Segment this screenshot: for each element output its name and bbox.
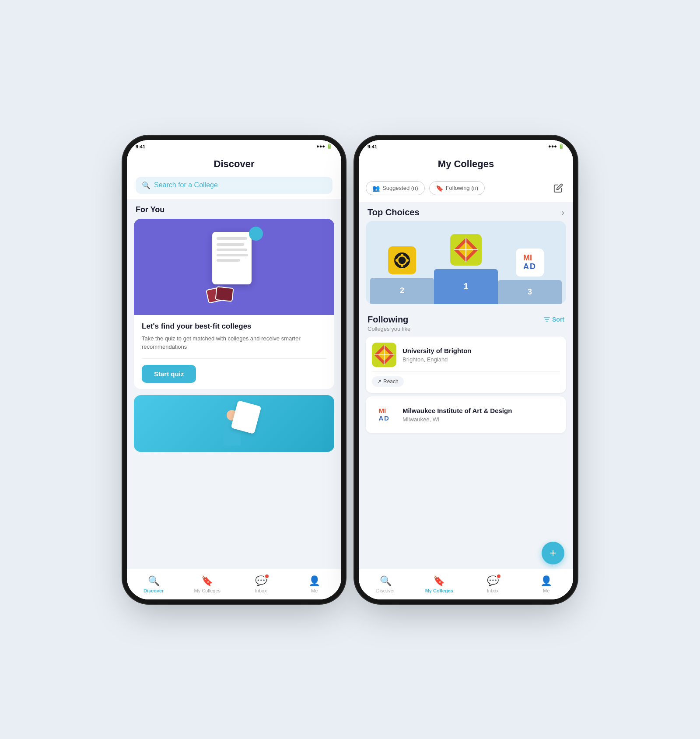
- search-bar[interactable]: 🔍 Search for a College: [127, 177, 341, 199]
- reach-badge: ↗ Reach: [372, 376, 404, 387]
- sort-label: Sort: [552, 316, 564, 323]
- college-card-miad[interactable]: M I A D Milwaukee Institute of Art & Des…: [366, 396, 566, 433]
- quiz-card-body: Let's find your best-fit colleges Take t…: [134, 315, 334, 358]
- person-illustration: [208, 399, 260, 448]
- miad-m: M: [523, 254, 530, 263]
- start-quiz-button[interactable]: Start quiz: [142, 365, 196, 383]
- following-tab[interactable]: 🔖 Following (n): [429, 181, 485, 195]
- nav-item-discover-right[interactable]: 🔍 Discover: [359, 575, 413, 593]
- my-colleges-icon-right: 🔖: [433, 575, 445, 587]
- podium-block-3: 3: [498, 280, 562, 304]
- miad-a-sm: A: [379, 415, 385, 422]
- time-right: 9:41: [368, 144, 377, 149]
- discover-header: Discover: [127, 153, 341, 177]
- nav-item-inbox-right[interactable]: 💬 Inbox: [466, 575, 520, 593]
- nav-item-me-right[interactable]: 👤 Me: [520, 575, 574, 593]
- following-icon: 🔖: [436, 185, 443, 192]
- inbox-badge-right: [496, 574, 501, 579]
- inbox-badge-left: [264, 574, 270, 579]
- nav-label-me-right: Me: [543, 588, 550, 593]
- puzzle-icon: [249, 227, 263, 241]
- nav-label-my-colleges-left: My Colleges: [194, 588, 220, 593]
- brighton-logo: [450, 234, 482, 266]
- top-choices-title: Top Choices: [368, 207, 420, 217]
- college-card-brighton[interactable]: University of Brighton Brighton, England…: [366, 336, 566, 393]
- doc-main: [212, 232, 252, 284]
- quiz-card-desc: Take the quiz to get matched with colleg…: [142, 334, 326, 351]
- miad-d: D: [530, 263, 536, 271]
- discover-icon: 🔍: [148, 575, 160, 587]
- photo-2: [215, 286, 234, 301]
- fab-add-button[interactable]: +: [542, 542, 564, 564]
- section-for-you: For You: [127, 199, 341, 219]
- podium-item-3: M I A D 3: [498, 249, 562, 304]
- status-bar-left: 9:41 ●●● 🔋: [127, 140, 341, 153]
- reach-label: Reach: [383, 378, 399, 385]
- miad-logo-sm: M I A D: [379, 407, 390, 422]
- following-tab-label: Following (n): [446, 185, 478, 191]
- brighton-name: University of Brighton: [402, 347, 472, 354]
- edit-button[interactable]: [550, 180, 566, 196]
- quiz-card: Let's find your best-fit colleges Take t…: [134, 219, 334, 389]
- circle-icon: [392, 251, 412, 270]
- brighton-location: Brighton, England: [402, 356, 472, 363]
- edit-icon: [553, 183, 563, 193]
- sort-icon: [543, 316, 550, 323]
- secondary-card: [134, 395, 334, 452]
- suggested-icon: 👥: [372, 185, 380, 192]
- fab-icon: +: [550, 546, 556, 560]
- bottom-nav-right: 🔍 Discover 🔖 My Colleges 💬 Inbox 👤 Me: [359, 569, 573, 599]
- college-card-top-miad: M I A D Milwaukee Institute of Art & Des…: [372, 403, 560, 427]
- miad-a: A: [523, 263, 530, 271]
- card-action[interactable]: Start quiz: [134, 359, 334, 389]
- filter-tabs: 👥 Suggested (n) 🔖 Following (n): [359, 177, 573, 202]
- podium-logo-2: [388, 246, 416, 274]
- quiz-illustration: [199, 223, 269, 311]
- discover-icon-right: 🔍: [380, 575, 392, 587]
- miad-location: Milwaukee, WI: [402, 416, 512, 423]
- nav-label-discover: Discover: [144, 588, 164, 593]
- signal: ●●● 🔋: [316, 144, 332, 149]
- search-input-wrap[interactable]: 🔍 Search for a College: [136, 177, 332, 194]
- signal-right: ●●● 🔋: [548, 144, 564, 149]
- miad-logo-small: M I A D: [372, 403, 396, 427]
- svg-point-5: [406, 259, 409, 262]
- following-title-row: Following Sort: [368, 315, 564, 325]
- suggested-tab[interactable]: 👥 Suggested (n): [366, 181, 425, 195]
- following-section: Following Sort Colleges you like: [359, 310, 573, 333]
- right-phone: 9:41 ●●● 🔋 My Colleges 👥 Suggested (n) 🔖…: [359, 140, 573, 599]
- nav-label-me-left: Me: [311, 588, 318, 593]
- podium-block-1: 1: [434, 269, 498, 304]
- nav-item-discover[interactable]: 🔍 Discover: [127, 575, 181, 593]
- suggested-tab-label: Suggested (n): [382, 185, 418, 191]
- right-content-area: Top Choices ›: [359, 202, 573, 569]
- bottom-nav-left: 🔍 Discover 🔖 My Colleges 💬 Inbox 👤 Me: [127, 569, 341, 599]
- miad-logo-text: M I A D: [523, 254, 536, 271]
- podium-logo-3: M I A D: [516, 249, 544, 277]
- left-content-area: For You: [127, 199, 341, 569]
- reach-icon: ↗: [377, 378, 382, 385]
- podium: 2 1: [366, 221, 566, 304]
- svg-point-3: [401, 264, 403, 267]
- podium-item-2: 2: [370, 246, 434, 304]
- quiz-card-hero: [134, 219, 334, 315]
- me-icon-right: 👤: [540, 575, 552, 587]
- following-title: Following: [368, 315, 408, 325]
- inbox-icon-left: 💬: [255, 575, 267, 587]
- top-choices-chevron[interactable]: ›: [561, 207, 564, 217]
- podium-logo-1: [450, 234, 482, 266]
- nav-item-my-colleges-right[interactable]: 🔖 My Colleges: [413, 575, 466, 593]
- nav-item-inbox-left[interactable]: 💬 Inbox: [234, 575, 288, 593]
- nav-label-my-colleges-right: My Colleges: [425, 588, 453, 593]
- page-title-my-colleges: My Colleges: [368, 158, 564, 170]
- nav-label-inbox-right: Inbox: [487, 588, 499, 593]
- nav-item-my-colleges-left[interactable]: 🔖 My Colleges: [181, 575, 234, 593]
- miad-name: Milwaukee Institute of Art & Design: [402, 407, 512, 414]
- page-title-discover: Discover: [136, 158, 332, 170]
- miad-i-sm: I: [384, 407, 390, 415]
- left-phone: 9:41 ●●● 🔋 Discover 🔍 Search for a Colle…: [127, 140, 341, 599]
- my-colleges-header: My Colleges: [359, 153, 573, 177]
- nav-item-me-left[interactable]: 👤 Me: [288, 575, 342, 593]
- time: 9:41: [136, 144, 145, 149]
- sort-button[interactable]: Sort: [543, 316, 564, 323]
